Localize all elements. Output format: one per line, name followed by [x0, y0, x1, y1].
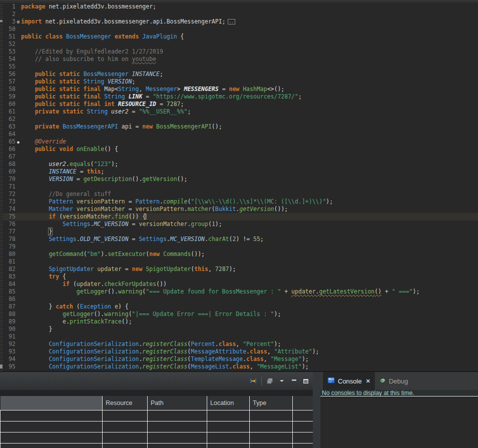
- code-line[interactable]: 74Matcher versionMatcher = versionPatter…: [0, 206, 478, 213]
- table-header-location[interactable]: Location: [207, 396, 250, 410]
- code-line[interactable]: 2: [0, 10, 478, 18]
- panel-sash[interactable]: [313, 372, 320, 448]
- code-line[interactable]: 73Pattern versionPattern = Pattern.compi…: [0, 198, 478, 206]
- table-cell: [250, 443, 293, 448]
- override-marker-icon[interactable]: ●: [16, 138, 21, 146]
- gutter-spacer: [16, 213, 21, 220]
- code-editor[interactable]: 1package net.pixelatedd3v.bossmessenger;…: [0, 0, 478, 371]
- code-line[interactable]: 75if (versionMatcher.find()) {: [0, 213, 478, 220]
- gutter-spacer: [16, 303, 21, 310]
- code-line[interactable]: 78Settings.OLD_MC_VERSION = Settings.MC_…: [0, 236, 478, 243]
- left-view-toolbar: [0, 372, 313, 390]
- code-line[interactable]: 52: [0, 40, 478, 48]
- fold-expand-icon[interactable]: ⊕: [16, 18, 21, 26]
- minimize-icon[interactable]: [288, 376, 299, 386]
- table-cell: [103, 410, 148, 421]
- table-header-type[interactable]: Type: [250, 396, 293, 410]
- table-row[interactable]: [1, 410, 313, 421]
- code-line[interactable]: 62: [0, 116, 478, 123]
- code-line[interactable]: 57public static String VERSION;: [0, 78, 478, 86]
- code-line[interactable]: 69INSTANCE = this;: [0, 168, 478, 176]
- code-text: getCommand("bm").setExecutor(new Command…: [21, 250, 478, 258]
- code-line[interactable]: 1package net.pixelatedd3v.bossmessenger;: [0, 3, 478, 10]
- code-line[interactable]: 59public static final String LINK = "htt…: [0, 93, 478, 100]
- code-line[interactable]: 67: [0, 153, 478, 160]
- code-line[interactable]: 90}: [0, 326, 478, 333]
- table-header-resource[interactable]: Resource: [103, 396, 148, 410]
- show-selected-console-icon[interactable]: [248, 376, 259, 386]
- code-line[interactable]: 58public static final Map<String, Messen…: [0, 86, 478, 93]
- table-row[interactable]: [1, 421, 313, 432]
- console-view: Console ✕ Debug No consoles to display a…: [320, 372, 478, 448]
- code-line[interactable]: 70VERSION = getDescription().getVersion(…: [0, 176, 478, 183]
- code-line[interactable]: 83try {: [0, 273, 478, 280]
- code-line[interactable]: 68user2.equals("123");: [0, 160, 478, 168]
- code-line[interactable]: 82SpigotUpdater updater = new SpigotUpda…: [0, 266, 478, 273]
- tab-debug[interactable]: Debug: [375, 372, 412, 390]
- code-line[interactable]: 71: [0, 183, 478, 190]
- table-header-blank[interactable]: [293, 396, 313, 410]
- console-empty-message: No consoles to display at this time.: [320, 390, 478, 396]
- gutter-spacer: [16, 288, 21, 296]
- code-line[interactable]: 84if (updater.checkForUpdates()): [0, 280, 478, 288]
- code-line[interactable]: 94ConfigurationSerialization.registerCla…: [0, 356, 478, 363]
- code-line[interactable]: 60public static final int RESOURCE_ID = …: [0, 100, 478, 108]
- code-line[interactable]: 87} catch (Exception e) {: [0, 303, 478, 310]
- code-line[interactable]: 76Settings.MC_VERSION = versionMatcher.g…: [0, 220, 478, 228]
- code-line[interactable]: 79: [0, 243, 478, 250]
- code-line[interactable]: 72//Do general stuff: [0, 190, 478, 198]
- code-line[interactable]: 92ConfigurationSerialization.registerCla…: [0, 340, 478, 348]
- code-line[interactable]: 77}: [0, 228, 478, 236]
- code-line[interactable]: 95ConfigurationSerialization.registerCla…: [0, 363, 478, 370]
- table-row[interactable]: [1, 443, 313, 448]
- table-cell: [293, 410, 313, 421]
- code-text: import net.pixelatedd3v.bossmessenger.ap…: [21, 18, 478, 26]
- code-line[interactable]: 3⊕import net.pixelatedd3v.bossmessenger.…: [0, 18, 478, 26]
- open-console-icon[interactable]: [264, 376, 275, 386]
- code-line[interactable]: 85getLogger().warning("=== Update found …: [0, 288, 478, 296]
- close-icon[interactable]: ✕: [366, 378, 370, 384]
- console-content[interactable]: [320, 397, 478, 448]
- gutter-spacer: [16, 10, 21, 18]
- code-line[interactable]: 86: [0, 296, 478, 303]
- code-line[interactable]: 56public static BossMessenger INSTANCE;: [0, 70, 478, 78]
- gutter-spacer: [16, 108, 21, 116]
- code-line[interactable]: 80getCommand("bm").setExecutor(new Comma…: [0, 250, 478, 258]
- code-line[interactable]: 50: [0, 26, 478, 33]
- gutter-spacer: [16, 123, 21, 130]
- table-cell: [1, 410, 103, 421]
- tab-console[interactable]: Console ✕: [323, 372, 375, 390]
- gutter-spacer: [16, 183, 21, 190]
- code-text: Settings.MC_VERSION = versionMatcher.gro…: [21, 220, 478, 228]
- code-line[interactable]: 53//Edited by Engulfedleader2 1/27/2019: [0, 48, 478, 56]
- table-cell: [148, 432, 207, 443]
- table-cell: [250, 410, 293, 421]
- table-header-path[interactable]: Path: [148, 396, 207, 410]
- gutter-spacer: [16, 310, 21, 318]
- code-line[interactable]: 63private BossMessengerAPI api = new Bos…: [0, 123, 478, 130]
- gutter-spacer: [16, 146, 21, 153]
- maximize-icon[interactable]: [300, 376, 311, 386]
- gutter-spacer: [16, 93, 21, 100]
- code-line[interactable]: 93ConfigurationSerialization.registerCla…: [0, 348, 478, 356]
- code-line[interactable]: 55: [0, 63, 478, 70]
- code-line[interactable]: 51public class BossMessenger extends Jav…: [0, 33, 478, 40]
- view-menu-chevron-icon[interactable]: [276, 376, 287, 386]
- code-line[interactable]: 65●@Override: [0, 138, 478, 146]
- code-line[interactable]: 89e.printStackTrace();: [0, 318, 478, 326]
- code-line[interactable]: 91: [0, 333, 478, 340]
- console-tab-row: Console ✕ Debug: [320, 372, 478, 390]
- annotation-ruler[interactable]: [0, 0, 3, 371]
- gutter-spacer: [16, 176, 21, 183]
- code-line[interactable]: 88getLogger().warning("|=== Update Error…: [0, 310, 478, 318]
- table-cell: [293, 421, 313, 432]
- table-row[interactable]: [1, 432, 313, 443]
- code-line[interactable]: 54// also subscribe to him on youtube: [0, 56, 478, 63]
- table-header-blank[interactable]: [1, 396, 103, 410]
- gutter-spacer: [16, 220, 21, 228]
- code-line[interactable]: 81: [0, 258, 478, 266]
- code-line[interactable]: 64: [0, 130, 478, 138]
- markers-table[interactable]: ResourcePathLocationType: [0, 396, 313, 448]
- code-line[interactable]: 66public void onEnable() {: [0, 146, 478, 153]
- code-line[interactable]: 61private static String user2 = "%%__USE…: [0, 108, 478, 116]
